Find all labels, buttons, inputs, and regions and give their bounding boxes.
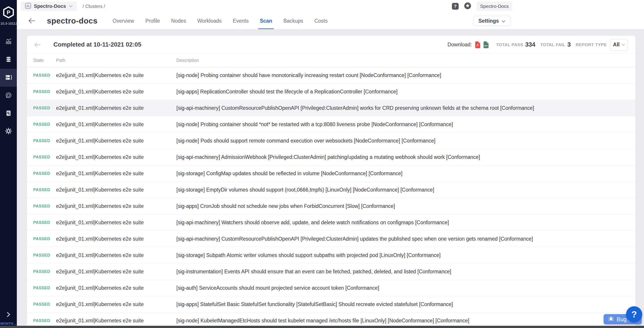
chevron-down-icon [69,4,73,8]
description-cell: [sig-node] Probing container should have… [176,72,636,78]
status-badge: PASSED [33,318,56,323]
download-pdf-icon[interactable] [474,41,480,48]
status-badge: PASSED [33,171,56,176]
orbit-icon [5,92,12,100]
table-row[interactable]: PASSED e2e|junit_01.xml|Kubernetes e2e s… [27,247,636,264]
report-type-select[interactable]: All [610,39,628,50]
table-row[interactable]: PASSED e2e|junit_01.xml|Kubernetes e2e s… [27,296,636,313]
description-cell: [sig-api-machinery] CustomResourcePublis… [176,105,636,111]
month-link[interactable]: MONTH... [0,322,17,325]
path-cell: e2e|junit_01.xml|Kubernetes e2e suite [56,285,176,291]
table-row[interactable]: PASSED e2e|junit_01.xml|Kubernetes e2e s… [27,182,636,198]
status-badge: PASSED [33,106,56,110]
version-label: 1.10.3-101121 [0,21,19,25]
table-row[interactable]: PASSED e2e|junit_01.xml|Kubernetes e2e s… [27,67,636,84]
table-row[interactable]: PASSED e2e|junit_01.xml|Kubernetes e2e s… [27,149,636,165]
description-cell: [sig-node] Probing container should *not… [176,121,636,128]
table-row[interactable]: PASSED e2e|junit_01.xml|Kubernetes e2e s… [27,165,636,182]
status-badge: PASSED [33,269,56,274]
tab-events[interactable]: Events [227,12,254,29]
download-csv-icon[interactable]: CSV [483,41,489,48]
tab-overview[interactable]: Overview [107,12,140,29]
scan-back-arrow-icon[interactable] [34,42,41,47]
status-badge: PASSED [33,139,56,143]
help-bubble-button[interactable]: ? [626,306,642,323]
status-badge: PASSED [33,204,56,209]
svg-text:CSV: CSV [484,45,488,47]
tab-costs[interactable]: Costs [309,12,333,29]
sidebar: P 1.10.3-101121 [0,0,17,328]
project-switcher[interactable]: Spectro-Docs [21,1,77,11]
spectro-cloud-logo-icon: P [2,6,15,20]
path-cell: e2e|junit_01.xml|Kubernetes e2e suite [56,318,176,324]
tab-workloads[interactable]: Workloads [192,12,227,29]
table-row[interactable]: PASSED e2e|junit_01.xml|Kubernetes e2e s… [27,280,636,296]
description-cell: [sig-api-machinery] AdmissionWebhook [Pr… [176,154,636,160]
tab-nodes[interactable]: Nodes [166,12,192,29]
sidebar-item-clusters[interactable] [0,69,17,87]
col-state: State [33,58,56,63]
path-cell: e2e|junit_01.xml|Kubernetes e2e suite [56,220,176,226]
page-title: spectro-docs [47,16,98,25]
gear-icon [5,128,12,135]
description-cell: [sig-instrumentation] Events API should … [176,269,636,275]
tab-backups[interactable]: Backups [278,12,309,29]
path-cell: e2e|junit_01.xml|Kubernetes e2e suite [56,121,176,128]
path-cell: e2e|junit_01.xml|Kubernetes e2e suite [56,236,176,242]
status-badge: PASSED [33,220,56,225]
sidebar-item-settings[interactable] [0,123,17,141]
table-header-row: State Path Description [27,54,636,67]
description-cell: [sig-node] KubeletManagedEtcHosts should… [176,318,636,324]
scan-table-body: PASSED e2e|junit_01.xml|Kubernetes e2e s… [27,67,636,328]
path-cell: e2e|junit_01.xml|Kubernetes e2e suite [56,72,176,78]
col-description: Description [176,58,636,63]
path-cell: e2e|junit_01.xml|Kubernetes e2e suite [56,154,176,160]
tab-profile[interactable]: Profile [140,12,166,29]
help-icon[interactable]: ? [452,3,459,10]
sidebar-item-profiles[interactable] [0,51,17,69]
description-cell: [sig-storage] ConfigMap updates should b… [176,170,636,176]
status-badge: PASSED [33,302,56,307]
table-row[interactable]: PASSED e2e|junit_01.xml|Kubernetes e2e s… [27,100,636,116]
total-fail-label: TOTAL FAIL [540,42,566,47]
status-badge: PASSED [33,237,56,241]
tab-scan[interactable]: Scan [254,12,278,29]
sidebar-nav [0,33,17,141]
status-badge: PASSED [33,122,56,127]
sidebar-item-dashboard[interactable] [0,33,17,51]
project-star-icon[interactable] [464,2,471,10]
col-path: Path [56,58,176,63]
description-cell: [sig-apps] CronJob should not schedule n… [176,203,636,209]
table-row[interactable]: PASSED e2e|junit_01.xml|Kubernetes e2e s… [27,116,636,133]
back-arrow-icon[interactable] [28,18,36,24]
sidebar-item-workspaces[interactable] [0,87,17,105]
path-cell: e2e|junit_01.xml|Kubernetes e2e suite [56,138,176,144]
path-cell: e2e|junit_01.xml|Kubernetes e2e suite [56,170,176,176]
bottom-scrollbar-strip[interactable] [0,326,644,328]
main-area: Spectro-Docs / Clusters / ? Spectro-Docs [17,0,644,328]
analytics-icon [5,38,12,46]
report-type-label: REPORT TYPE [576,42,607,47]
description-cell: [sig-storage] Subpath Atomic writer volu… [176,252,636,258]
project-chart-icon [25,3,31,10]
total-fail-value: 3 [567,41,570,48]
sidebar-item-audit[interactable] [0,105,17,123]
status-badge: PASSED [33,286,56,290]
path-cell: e2e|junit_01.xml|Kubernetes e2e suite [56,269,176,275]
scan-report-card: Completed at 10-11-2021 02:05 Download: … [27,36,636,328]
description-cell: [sig-node] Pods should support remote co… [176,138,636,144]
cluster-titlebar: spectro-docs Overview Profile Nodes Work… [17,12,644,29]
table-row[interactable]: PASSED e2e|junit_01.xml|Kubernetes e2e s… [27,198,636,214]
path-cell: e2e|junit_01.xml|Kubernetes e2e suite [56,301,176,307]
bug-icon [608,316,614,323]
table-row[interactable]: PASSED e2e|junit_01.xml|Kubernetes e2e s… [27,231,636,247]
sidebar-expand-chevron-icon[interactable] [0,312,17,318]
path-cell: e2e|junit_01.xml|Kubernetes e2e suite [56,187,176,193]
status-badge: PASSED [33,187,56,192]
settings-button[interactable]: Settings [474,16,510,26]
status-badge: PASSED [33,155,56,160]
table-row[interactable]: PASSED e2e|junit_01.xml|Kubernetes e2e s… [27,214,636,231]
table-row[interactable]: PASSED e2e|junit_01.xml|Kubernetes e2e s… [27,84,636,100]
table-row[interactable]: PASSED e2e|junit_01.xml|Kubernetes e2e s… [27,264,636,280]
table-row[interactable]: PASSED e2e|junit_01.xml|Kubernetes e2e s… [27,133,636,149]
